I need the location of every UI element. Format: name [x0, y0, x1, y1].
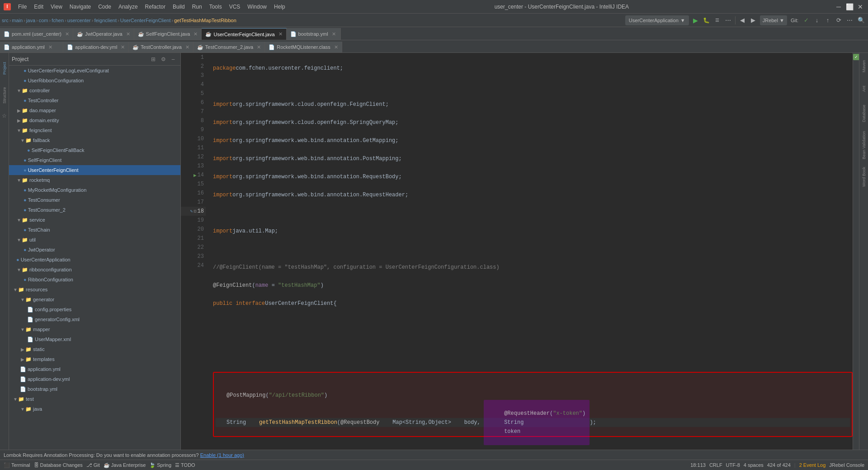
git-push-icon[interactable]: ↑ — [823, 15, 833, 25]
more-run-button[interactable]: ⋯ — [723, 15, 733, 25]
breadcrumb-feignclient[interactable]: feignclient — [94, 18, 117, 23]
toolbar-run-config[interactable]: UserCenterApplication ▼ — [625, 15, 689, 25]
tree-item-templates[interactable]: ▶ 📁 templates — [9, 354, 180, 364]
tab-testcontroller[interactable]: ☕ TestController.java ✕ — [129, 42, 193, 52]
tree-item-generator[interactable]: ▼ 📁 generator — [9, 294, 180, 304]
menu-code[interactable]: Code — [94, 3, 115, 11]
tree-item-usercenterfeign[interactable]: ● UserCenterFeignClient — [9, 165, 180, 175]
tab-close-icon[interactable]: ✕ — [185, 44, 189, 50]
menu-window[interactable]: Window — [244, 3, 270, 11]
tree-item-domainentity[interactable]: ▶ 📁 domain.entity — [9, 115, 180, 125]
tab-pom[interactable]: 📄 pom.xml (user_center) ✕ — [0, 28, 73, 40]
tab-close-icon[interactable]: ✕ — [48, 44, 52, 50]
breadcrumb-src[interactable]: src — [2, 18, 9, 23]
breadcrumb-usercenter[interactable]: usercenter — [67, 18, 91, 23]
tree-item-feignclient[interactable]: ▼ 📁 feignclient — [9, 125, 180, 135]
tree-item-myrocketmq[interactable]: ● MyRocketMqConfiguration — [9, 185, 180, 195]
tree-item-jwtoperator[interactable]: ● JwtOperator — [9, 245, 180, 255]
close-button[interactable]: ✕ — [856, 3, 864, 11]
tree-item-static[interactable]: ▶ 📁 static — [9, 344, 180, 354]
tree-item-generatorconfig[interactable]: 📄 generatorConfig.xml — [9, 314, 180, 324]
coverage-button[interactable]: ☰ — [712, 15, 722, 25]
tree-item-userribbon[interactable]: ● UserRibbonConfiguration — [9, 76, 180, 85]
menu-build[interactable]: Build — [169, 3, 189, 11]
tree-item-application-yml[interactable]: 📄 application.yml — [9, 364, 180, 374]
menu-file[interactable]: File — [14, 3, 30, 11]
back-button[interactable]: ◀ — [737, 15, 747, 25]
project-icon[interactable]: Project — [0, 55, 9, 82]
tab-close-icon[interactable]: ✕ — [257, 44, 261, 50]
database-icon[interactable]: Database — [860, 100, 868, 127]
ant-icon[interactable]: Ant — [860, 77, 868, 100]
tab-selffeign[interactable]: ☕ SelfFeignClient.java ✕ — [134, 28, 202, 40]
terminal-button[interactable]: ⬛ Terminal — [4, 462, 30, 468]
warnings-badge[interactable]: 2 Event Log — [799, 462, 826, 468]
debug-button[interactable]: 🐛 — [702, 15, 712, 25]
tree-item-fallback[interactable]: ▼ 📁 fallback — [9, 135, 180, 145]
menu-run[interactable]: Run — [189, 3, 206, 11]
tree-item-config-props[interactable]: 📄 config.properties — [9, 304, 180, 314]
menu-refactor[interactable]: Refactor — [142, 3, 169, 11]
sidebar-collapse-icon[interactable]: – — [169, 55, 178, 64]
lombok-enable-link[interactable]: Enable (1 hour ago) — [200, 452, 244, 458]
spring-button[interactable]: 🍃 Spring — [149, 462, 171, 468]
menu-help[interactable]: Help — [270, 3, 289, 11]
bean-validation-icon[interactable]: Bean Validation — [860, 127, 868, 163]
database-changes-button[interactable]: 🗄 Database Changes — [34, 462, 83, 468]
encoding[interactable]: UTF-8 — [726, 462, 740, 468]
git-check-icon[interactable]: ✓ — [801, 15, 811, 25]
tab-bootstrap[interactable]: 📄 bootstrap.yml ✕ — [287, 28, 341, 40]
scrollbar-right[interactable]: ✓ — [853, 53, 859, 450]
tree-item-testcontroller[interactable]: ● TestController — [9, 95, 180, 105]
tree-item-daomapper[interactable]: ▶ 📁 dao.mapper — [9, 105, 180, 115]
search-everywhere-button[interactable]: 🔍 — [856, 15, 866, 25]
run-gutter-icon[interactable]: ▶ — [193, 172, 197, 178]
java-enterprise-button[interactable]: ☕ Java Enterprise — [104, 462, 146, 468]
breadcrumb-fchen[interactable]: fchen — [52, 18, 64, 23]
tree-item-testchain[interactable]: ● TestChain — [9, 225, 180, 235]
breadcrumb-java[interactable]: java — [26, 18, 35, 23]
event-log-button[interactable]: Event Log — [803, 462, 826, 468]
tab-close-icon[interactable]: ✕ — [193, 31, 198, 37]
tree-item-resources[interactable]: ▼ 📁 resources — [9, 285, 180, 294]
tab-close-icon[interactable]: ✕ — [121, 44, 125, 50]
tab-testconsumer2[interactable]: ☕ TestConsumer_2.java ✕ — [193, 42, 265, 52]
tab-usercenterfeignclient[interactable]: ☕ UserCenterFeignClient.java ✕ — [202, 28, 286, 40]
breadcrumb-class[interactable]: UserCenterFeignClient — [120, 18, 171, 23]
maximize-button[interactable]: ⬜ — [845, 3, 854, 11]
tree-item-util[interactable]: ▼ 📁 util — [9, 235, 180, 245]
menu-edit[interactable]: Edit — [30, 3, 47, 11]
sidebar-settings-icon[interactable]: ⚙ — [159, 55, 168, 64]
jrebel-btn[interactable]: JRebel ▼ — [760, 15, 787, 25]
tab-close-icon[interactable]: ✕ — [334, 44, 338, 50]
indent-setting[interactable]: 4 spaces — [744, 462, 764, 468]
tab-application-yml[interactable]: 📄 application.yml ✕ — [0, 42, 63, 52]
tab-close-icon[interactable]: ✕ — [278, 31, 283, 37]
menu-analyze[interactable]: Analyze — [115, 3, 142, 11]
tree-item-bootstrap-yml[interactable]: 📄 bootstrap.yml — [9, 384, 180, 394]
sidebar-expand-icon[interactable]: ⊞ — [149, 55, 158, 64]
tree-item-selffeign[interactable]: ● SelfFeignClient — [9, 155, 180, 165]
tree-item-application-dev[interactable]: 📄 application-dev.yml — [9, 374, 180, 384]
tree-item-ribbonconfig[interactable]: ▼ 📁 ribbonconfiguration — [9, 265, 180, 275]
tab-close-icon[interactable]: ✕ — [65, 31, 69, 37]
jrebel-console-button[interactable]: JRebel Console — [829, 462, 864, 468]
minimize-button[interactable]: ─ — [835, 3, 843, 11]
tree-item-service[interactable]: ▼ 📁 service — [9, 215, 180, 225]
tree-item-test[interactable]: ▼ 📁 test — [9, 394, 180, 404]
run-button[interactable]: ▶ — [691, 15, 701, 25]
tree-item-ribbonconfiguration[interactable]: ● RibbonConfiguration — [9, 275, 180, 285]
git-update-icon[interactable]: ↓ — [812, 15, 822, 25]
git-status-button[interactable]: ⎇ Git — [86, 462, 100, 468]
breadcrumb-com[interactable]: com — [39, 18, 48, 23]
tree-item-testconsumer2[interactable]: ● TestConsumer_2 — [9, 205, 180, 215]
code-content[interactable]: package com.fchen.usercenter.feignclient… — [206, 53, 853, 450]
tree-item-controller[interactable]: ▼ 📁 controller — [9, 85, 180, 95]
tree-item-testconsumer[interactable]: ● TestConsumer — [9, 195, 180, 205]
tree-item-usercenterapp[interactable]: ● UserCenterApplication — [9, 255, 180, 265]
todo-button[interactable]: ☰ TODO — [175, 462, 195, 468]
menu-vcs[interactable]: VCS — [226, 3, 244, 11]
breadcrumb-main[interactable]: main — [12, 18, 23, 23]
tab-close-icon[interactable]: ✕ — [126, 31, 130, 37]
tree-item-selffeignfallback[interactable]: ● SelfFeignClientFallBack — [9, 145, 180, 155]
